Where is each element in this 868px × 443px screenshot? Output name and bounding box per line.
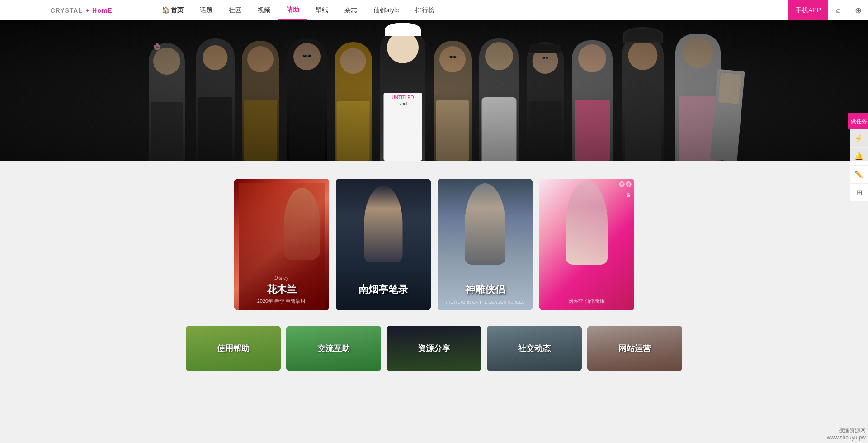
poster-shendiao-subtitle: THE RETURN OF THE CONDOR HEROES [438,300,533,305]
main-content: Disney 花木兰 2020年 春季 至暂缺时 南烟亭笔录 神雕侠侣 THE … [0,161,868,387]
flash-button[interactable]: ⚡ [850,129,868,148]
nav-assist[interactable]: 请助 [278,0,307,20]
logo-separator: ✦ [85,8,90,13]
cat-website-title: 网站运营 [618,343,651,354]
nav-wallpaper-label: 壁纸 [316,0,328,20]
poster-fairy[interactable]: 🌸🌸 🐇 刘亦菲 仙侣奇缘 [539,179,634,310]
logo-crystal: CRYSTAL [50,7,83,14]
bell-icon: 🔔 [854,152,863,161]
poster-fairy-subtitle: 刘亦菲 仙侣奇缘 [539,298,634,305]
header: CRYSTAL ✦ HomE 🏠 首页 话题 社区 视频 请助 壁纸 杂志 仙都… [0,0,868,20]
posters-section: Disney 花木兰 2020年 春季 至暂缺时 南烟亭笔录 神雕侠侣 THE … [0,170,868,319]
cat-resources[interactable]: 资源分享 [387,326,481,371]
poster-mulan[interactable]: Disney 花木兰 2020年 春季 至暂缺时 [234,179,329,310]
logo-home: HomE [92,7,112,14]
category-section: 使用帮助 交流互助 资源分享 社交动态 网站运营 [0,319,868,378]
poster-mulan-title: 花木兰 [234,283,329,296]
nav-video-label: 视频 [258,0,270,20]
cat-help-title: 使用帮助 [217,343,250,354]
nav-topic[interactable]: 话题 [192,0,221,20]
poster-nanfeng-title: 南烟亭笔录 [336,283,431,296]
search-button[interactable]: ⌕ [828,0,848,20]
cat-resources-title: 资源分享 [418,343,450,354]
nav-home-label: 首页 [171,0,184,20]
nav-community-label: 社区 [229,0,241,20]
cat-exchange-title: 交流互助 [317,343,350,354]
task-button[interactable]: 做任务 [850,113,868,129]
grid-icon: ⊞ [856,188,862,197]
logo: CRYSTAL ✦ HomE [50,5,112,15]
app-button[interactable]: 手机APP [788,0,828,20]
cat-exchange[interactable]: 交流互助 [286,326,381,371]
nav-style[interactable]: 仙都style [365,0,407,20]
nav-video[interactable]: 视频 [250,0,278,20]
banner-gradient [0,20,868,161]
globe-button[interactable]: ⊕ [848,0,868,20]
cat-social-title: 社交动态 [518,343,551,354]
edit-button[interactable]: ✏️ [850,166,868,184]
nav-ranking-label: 排行榜 [415,0,434,20]
disney-logo: Disney [274,276,288,281]
poster-shendiao-title: 神雕侠侣 [438,283,533,296]
grid-button[interactable]: ⊞ [850,184,868,202]
banner-content: 🌸 🕶️ [0,20,868,161]
search-icon: ⌕ [836,5,841,15]
nav-assist-label: 请助 [287,0,299,20]
poster-nanfeng[interactable]: 南烟亭笔录 [336,179,431,310]
poster-mulan-subtitle: 2020年 春季 至暂缺时 [234,298,329,305]
nav-community[interactable]: 社区 [221,0,250,20]
home-icon: 🏠 [162,0,170,20]
banner: 🌸 🕶️ [0,20,868,161]
flash-icon: ⚡ [854,134,863,143]
cat-help[interactable]: 使用帮助 [186,326,281,371]
poster-shendiao[interactable]: 神雕侠侣 THE RETURN OF THE CONDOR HEROES [438,179,533,310]
cat-social[interactable]: 社交动态 [487,326,582,371]
edit-icon: ✏️ [854,170,863,179]
nav-ranking[interactable]: 排行榜 [407,0,443,20]
globe-icon: ⊕ [855,5,862,15]
nav-style-label: 仙都style [373,0,399,20]
nav-home[interactable]: 🏠 首页 [154,0,192,20]
nav-magazine-label: 杂志 [344,0,357,20]
logo-area: CRYSTAL ✦ HomE [0,5,154,15]
nav-topic-label: 话题 [200,0,212,20]
bell-button[interactable]: 🔔 [850,148,868,166]
side-buttons: 做任务 ⚡ 🔔 ✏️ ⊞ [850,113,868,202]
cat-website[interactable]: 网站运营 [587,326,682,371]
nav-magazine[interactable]: 杂志 [336,0,365,20]
main-nav: 🏠 首页 话题 社区 视频 请助 壁纸 杂志 仙都style 排行榜 [154,0,788,20]
nav-wallpaper[interactable]: 壁纸 [307,0,336,20]
nav-right: 手机APP ⌕ ⊕ [788,0,868,20]
